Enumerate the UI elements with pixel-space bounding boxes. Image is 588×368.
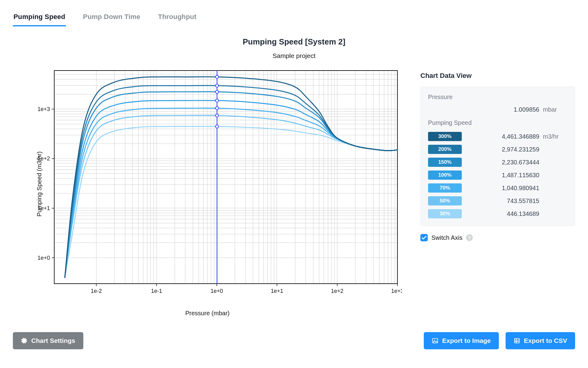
table-icon: [514, 337, 520, 344]
export-csv-button[interactable]: Export to CSV: [506, 332, 575, 349]
series-row: 200%2,974.231259: [428, 143, 567, 156]
help-icon[interactable]: ?: [466, 234, 473, 241]
chart-title: Pumping Speed [System 2]: [13, 37, 575, 47]
export-csv-label: Export to CSV: [524, 337, 567, 344]
svg-rect-110: [514, 339, 519, 343]
data-view-panel: Pressure 1.009856 mbar Pumping Speed 300…: [420, 86, 575, 226]
check-icon: [421, 234, 427, 241]
pressure-value: 1.009856: [465, 106, 539, 113]
svg-point-105: [215, 107, 218, 110]
svg-point-107: [215, 125, 218, 128]
series-value: 4,461.346889: [465, 133, 539, 140]
data-view-title: Chart Data View: [420, 72, 575, 80]
series-value: 1,040.980941: [465, 185, 539, 192]
export-image-label: Export to Image: [442, 337, 491, 344]
tab-pump-down-time[interactable]: Pump Down Time: [82, 11, 141, 26]
svg-point-109: [434, 340, 435, 341]
svg-text:1e+1: 1e+1: [37, 205, 50, 211]
series-badge[interactable]: 50%: [428, 196, 462, 205]
svg-point-106: [215, 114, 218, 117]
pressure-unit: mbar: [543, 106, 567, 113]
svg-point-103: [215, 90, 218, 93]
series-badge[interactable]: 150%: [428, 158, 462, 167]
svg-text:1e-1: 1e-1: [151, 288, 162, 294]
tabs: Pumping Speed Pump Down Time Throughput: [13, 11, 575, 27]
export-image-button[interactable]: Export to Image: [424, 332, 499, 349]
svg-text:1e+2: 1e+2: [331, 288, 343, 294]
svg-text:1e+0: 1e+0: [37, 255, 50, 261]
series-row: 100%1,487.115630: [428, 169, 567, 182]
chart-settings-button[interactable]: Chart Settings: [13, 332, 83, 349]
svg-text:1e+1: 1e+1: [271, 288, 283, 294]
chart-settings-label: Chart Settings: [31, 337, 75, 344]
chart-subtitle: Sample project: [13, 52, 575, 59]
chart[interactable]: Pumping Speed (m3/hr) 1e-21e-11e+01e+11e…: [13, 67, 402, 301]
gear-icon: [21, 337, 28, 344]
series-row: 70%1,040.980941: [428, 182, 567, 194]
svg-text:1e+0: 1e+0: [211, 288, 223, 294]
series-unit: m3/hr: [543, 133, 567, 140]
switch-axis-checkbox[interactable]: [420, 234, 428, 241]
svg-point-104: [215, 99, 218, 102]
series-value: 743.557815: [465, 197, 539, 205]
svg-text:1e+3: 1e+3: [37, 106, 50, 112]
svg-rect-79: [54, 71, 397, 284]
svg-point-101: [215, 75, 218, 79]
series-badge[interactable]: 200%: [428, 145, 462, 154]
series-badge[interactable]: 100%: [428, 171, 462, 180]
svg-text:1e+2: 1e+2: [37, 155, 50, 162]
series-value: 2,974.231259: [465, 146, 539, 153]
series-row: 30%446.134689: [428, 207, 567, 220]
image-icon: [432, 337, 438, 344]
svg-point-102: [215, 84, 218, 87]
series-row: 300%4,461.346889m3/hr: [428, 130, 567, 143]
tab-pumping-speed[interactable]: Pumping Speed: [13, 11, 66, 26]
series-value: 446.134689: [465, 210, 539, 217]
speed-label: Pumping Speed: [428, 119, 567, 126]
series-badge[interactable]: 30%: [428, 209, 462, 218]
svg-text:1e-2: 1e-2: [91, 288, 102, 294]
switch-axis-label: Switch Axis: [431, 234, 462, 241]
series-row: 50%743.557815: [428, 194, 567, 207]
svg-text:1e+3: 1e+3: [391, 288, 402, 294]
series-value: 1,487.115630: [465, 172, 539, 179]
tab-throughput[interactable]: Throughput: [157, 11, 197, 26]
series-badge[interactable]: 300%: [428, 132, 462, 141]
series-badge[interactable]: 70%: [428, 183, 462, 193]
x-axis-label: Pressure (mbar): [185, 310, 230, 317]
series-row: 150%2,230.673444: [428, 156, 567, 169]
series-value: 2,230.673444: [465, 159, 539, 166]
pressure-label: Pressure: [428, 94, 567, 101]
